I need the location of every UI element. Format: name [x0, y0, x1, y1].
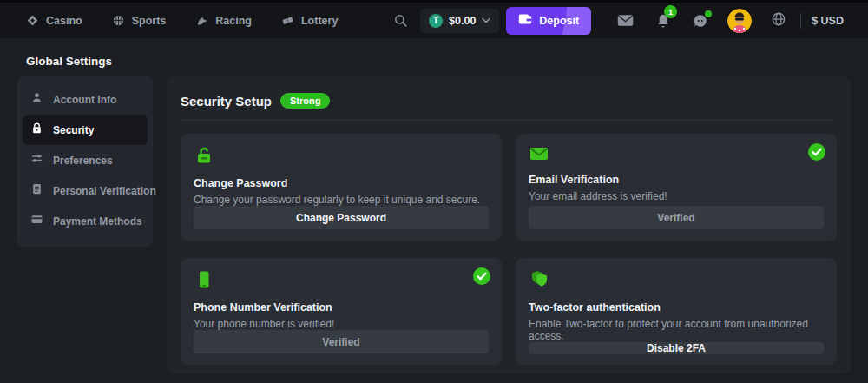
security-setup-panel: Security Setup Strong Change Password Ch… — [167, 76, 851, 373]
nav-actions: T $0.00 Deposit 1 — [393, 7, 844, 35]
casino-icon — [26, 14, 39, 27]
sliders-icon — [30, 152, 43, 168]
balance-selector[interactable]: T $0.00 — [420, 9, 499, 33]
card-description: Your email address is verified! — [529, 190, 824, 202]
sidebar-item-label: Preferences — [53, 155, 113, 167]
sidebar-item-preferences[interactable]: Preferences — [23, 145, 148, 175]
wallet-icon — [518, 13, 532, 28]
nav-item-lottery[interactable]: Lottery — [281, 14, 338, 27]
sidebar-item-label: Payment Methods — [53, 215, 142, 228]
globe-icon — [771, 11, 786, 27]
top-navbar: Casino Sports Racing Lottery T $0.00 — [0, 0, 868, 38]
lottery-icon — [281, 14, 294, 27]
nav-item-label: Sports — [132, 15, 167, 27]
page-title: Global Settings — [26, 55, 112, 68]
notifications-button[interactable]: 1 — [656, 13, 670, 29]
disable-2fa-button[interactable]: Disable 2FA — [529, 342, 824, 354]
card-description: Enable Two-factor to protect your accoun… — [529, 318, 824, 342]
nav-item-sports[interactable]: Sports — [112, 14, 167, 27]
language-button[interactable] — [771, 11, 786, 30]
search-icon[interactable] — [393, 13, 408, 28]
lock-open-icon — [194, 145, 489, 169]
racing-icon — [195, 14, 208, 27]
sidebar-item-payment-methods[interactable]: Payment Methods — [23, 206, 148, 236]
user-icon — [30, 91, 43, 108]
card-title: Phone Number Verification — [194, 301, 489, 314]
sidebar-item-label: Security — [53, 124, 94, 136]
tether-coin-icon: T — [429, 14, 443, 28]
change-password-card: Change Password Change your password reg… — [181, 134, 502, 241]
panel-header: Security Setup Strong — [181, 93, 837, 109]
lock-icon — [30, 122, 43, 138]
sidebar-item-account-info[interactable]: Account Info — [23, 84, 148, 115]
messages-button[interactable] — [617, 14, 634, 27]
envelope-icon — [529, 145, 824, 166]
balance-amount: $0.00 — [449, 15, 476, 27]
verified-check-icon — [473, 267, 490, 288]
sidebar-item-label: Account Info — [53, 94, 116, 106]
header-divider — [181, 120, 837, 121]
notification-badge: 1 — [664, 5, 677, 18]
sports-icon — [112, 14, 125, 27]
email-verified-button[interactable]: Verified — [529, 206, 824, 229]
deposit-button[interactable]: Deposit — [506, 7, 591, 35]
change-password-button[interactable]: Change Password — [194, 206, 489, 229]
nav-item-label: Lottery — [301, 15, 338, 27]
card-title: Email Verification — [529, 174, 824, 186]
nav-item-casino[interactable]: Casino — [26, 14, 82, 27]
nav-links: Casino Sports Racing Lottery — [26, 14, 338, 27]
two-factor-shield-icon — [529, 269, 824, 294]
panel-title: Security Setup — [181, 94, 272, 109]
deposit-label: Deposit — [539, 15, 579, 27]
chat-status-dot — [705, 10, 712, 17]
phone-icon — [194, 269, 489, 294]
nav-item-label: Racing — [215, 15, 252, 27]
card-description: Change your password regularly to keep i… — [194, 194, 489, 206]
card-description: Your phone number is verified! — [194, 318, 489, 330]
email-verification-card: Email Verification Your email address is… — [516, 134, 837, 241]
card-title: Change Password — [194, 177, 489, 189]
credit-card-icon — [30, 213, 43, 229]
card-title: Two-factor authentication — [529, 301, 824, 314]
phone-verified-button[interactable]: Verified — [194, 330, 489, 353]
mail-icon — [617, 14, 634, 27]
divider — [800, 13, 801, 29]
two-factor-card: Two-factor authentication Enable Two-fac… — [516, 258, 837, 365]
nav-item-label: Casino — [46, 15, 82, 27]
nav-item-racing[interactable]: Racing — [195, 14, 252, 27]
chat-button[interactable] — [693, 13, 708, 29]
avatar[interactable] — [727, 9, 752, 33]
strength-badge: Strong — [280, 93, 330, 109]
settings-sidebar: Account Info Security Preferences Person… — [17, 76, 153, 247]
chevron-down-icon — [482, 17, 490, 23]
sidebar-item-security[interactable]: Security — [23, 115, 148, 145]
document-icon — [30, 182, 43, 199]
currency-selector[interactable]: $ USD — [812, 15, 844, 27]
sidebar-item-label: Personal Verification — [53, 185, 156, 197]
phone-verification-card: Phone Number Verification Your phone num… — [181, 258, 502, 365]
sidebar-item-personal-verification[interactable]: Personal Verification — [23, 175, 148, 206]
security-cards: Change Password Change your password reg… — [181, 134, 837, 365]
verified-check-icon — [808, 143, 825, 164]
